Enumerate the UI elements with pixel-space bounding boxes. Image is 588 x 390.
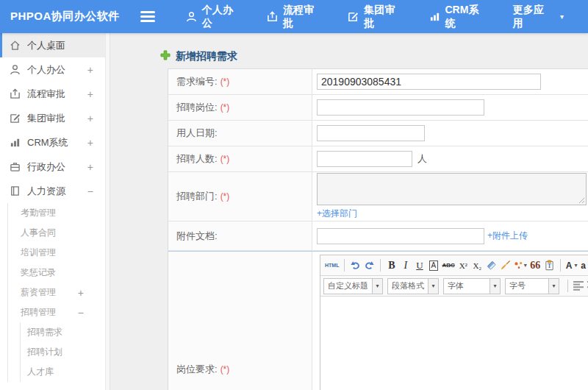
sidebar-item-salary[interactable]: 薪资管理 + — [8, 283, 105, 302]
sidebar-item-talent-pool[interactable]: 人才库 — [21, 362, 105, 382]
sidebar-item-workflow-approval[interactable]: 流程审批 + — [0, 82, 105, 106]
expand-plus-icon[interactable]: + — [78, 287, 84, 299]
sidebar-item-reward-punish[interactable]: 奖惩记录 — [8, 263, 105, 283]
top-menu: 个人办公 流程审批 集团审批 CRM系统 更多应用 ▾ — [186, 4, 588, 30]
collapse-minus-icon[interactable]: − — [78, 307, 84, 319]
select-department-link[interactable]: +选择部门 — [317, 208, 357, 220]
nav-label: 更多应用 — [513, 4, 553, 30]
form-row-position: 招聘岗位: (*) — [168, 95, 588, 121]
sidebar-scrollbar[interactable] — [105, 33, 110, 390]
nav-more-apps[interactable]: 更多应用 ▾ — [513, 4, 564, 30]
sidebar-item-recruit-demand[interactable]: 招聘需求 — [21, 322, 105, 342]
bar-chart-icon — [9, 137, 21, 149]
headcount-input[interactable] — [317, 151, 412, 167]
font-family-dropdown[interactable]: 字体 ▾ — [443, 278, 501, 294]
home-icon — [9, 40, 21, 52]
expand-plus-icon[interactable]: + — [87, 113, 93, 124]
nav-label: CRM系统 — [445, 4, 489, 30]
eraser-icon[interactable] — [484, 258, 498, 273]
undo-icon[interactable] — [348, 258, 362, 273]
border-text-button[interactable]: A — [426, 258, 440, 273]
form-row-department: 招聘部门: (*) +选择部门 — [168, 172, 588, 221]
nav-personal-office[interactable]: 个人办公 — [186, 4, 243, 30]
italic-button[interactable]: I — [398, 258, 412, 273]
nav-label: 集团审批 — [364, 4, 404, 30]
unit-suffix: 人 — [417, 152, 427, 166]
html-source-button[interactable]: HTML — [323, 258, 340, 273]
sidebar-item-personal-desktop[interactable]: 个人桌面 — [0, 33, 105, 57]
sidebar-item-label: 集团审批 — [27, 112, 65, 125]
top-navbar: PHPOA协同办公软件 个人办公 流程审批 集团审批 CRM系统 — [0, 0, 588, 33]
sidebar-item-hr-contract[interactable]: 人事合同 — [8, 223, 105, 243]
subscript-button[interactable]: X₂ — [470, 258, 484, 273]
sidebar-item-admin-office[interactable]: 行政办公 + — [0, 155, 105, 179]
paste-text-icon[interactable]: T — [542, 258, 556, 273]
sidebar-item-label: 个人桌面 — [27, 39, 65, 52]
sidebar-item-group-approval[interactable]: 集团审批 + — [0, 106, 105, 130]
required-mark: (*) — [220, 191, 230, 202]
field-label: 招聘部门: — [176, 190, 218, 203]
editor-toolbar-row2: 自定义标题 ▾ 段落格式 ▾ 字体 ▾ — [320, 276, 588, 297]
caret-down-icon: ▾ — [548, 279, 559, 294]
caret-down-icon: ▾ — [560, 13, 564, 21]
collapse-minus-icon[interactable]: − — [87, 185, 93, 197]
sidebar-item-recruit-mgmt[interactable]: 招聘管理 − — [8, 302, 105, 322]
hire-date-input[interactable] — [317, 125, 425, 141]
redo-icon[interactable] — [362, 258, 376, 273]
auto-typeset-icon[interactable]: ▾ — [512, 258, 528, 273]
align-left-icon[interactable] — [572, 279, 586, 294]
paragraph-format-dropdown[interactable]: 段落格式 ▾ — [387, 278, 439, 294]
demand-no-input[interactable] — [317, 74, 541, 90]
sidebar-item-training[interactable]: 培训管理 — [8, 243, 105, 263]
recruit-demand-form: 需求编号: (*) 招聘岗位: (*) 用人日期 — [168, 68, 588, 390]
sidebar-item-personal-office[interactable]: 个人办公 + — [0, 57, 105, 82]
sidebar: 个人桌面 个人办公 + 流程审批 + 集团审批 — [0, 33, 110, 390]
position-input[interactable] — [317, 99, 484, 116]
custom-title-dropdown[interactable]: 自定义标题 ▾ — [323, 278, 383, 294]
menu-toggle-icon[interactable] — [140, 11, 155, 22]
sidebar-item-label: 行政办公 — [27, 160, 65, 174]
department-textarea[interactable] — [317, 173, 587, 205]
nav-crm-system[interactable]: CRM系统 — [429, 4, 489, 30]
bold-button[interactable]: B — [384, 258, 398, 273]
user-icon — [186, 11, 197, 22]
attachment-input[interactable] — [317, 228, 484, 244]
nav-group-approval[interactable]: 集团审批 — [348, 4, 404, 30]
add-plus-icon — [160, 50, 171, 63]
caret-down-icon: ▾ — [372, 279, 382, 294]
sidebar-item-label: 人力资源 — [27, 185, 65, 198]
font-color-button[interactable]: A ▾ — [564, 258, 579, 273]
expand-plus-icon[interactable]: + — [87, 88, 93, 100]
expand-plus-icon[interactable]: + — [87, 64, 93, 76]
format-brush-icon[interactable] — [498, 258, 512, 273]
field-label: 需求编号: — [176, 75, 218, 88]
background-color-button[interactable]: a ▾ — [579, 258, 588, 273]
font-size-dropdown[interactable]: 字号 ▾ — [505, 278, 559, 294]
sidebar-item-hr[interactable]: 人力资源 − — [0, 179, 105, 203]
form-row-demand-no: 需求编号: (*) — [168, 69, 588, 95]
strikethrough-button[interactable]: ABC — [440, 258, 456, 273]
caret-down-icon: ▾ — [428, 279, 438, 294]
field-label: 招聘人数: — [176, 152, 218, 166]
share-box-icon — [9, 88, 21, 100]
blockquote-button[interactable]: 66 — [528, 258, 542, 273]
expand-plus-icon[interactable]: + — [87, 137, 93, 149]
editor-toolbar-row1: HTML B I U A — [320, 255, 588, 276]
sidebar-item-recruit-plan[interactable]: 招聘计划 — [21, 342, 105, 362]
underline-button[interactable]: U — [412, 258, 426, 273]
resize-handle-icon[interactable] — [578, 197, 585, 204]
book-icon — [9, 185, 21, 197]
sidebar-item-crm[interactable]: CRM系统 + — [0, 130, 105, 155]
sidebar-item-label: 个人办公 — [27, 63, 65, 77]
sidebar-item-attendance[interactable]: 考勤管理 — [8, 203, 105, 223]
required-mark: (*) — [220, 364, 230, 375]
expand-plus-icon[interactable]: + — [87, 161, 93, 173]
svg-text:T: T — [548, 263, 551, 269]
superscript-button[interactable]: X² — [456, 258, 470, 273]
nav-workflow-approval[interactable]: 流程审批 — [267, 4, 323, 30]
editor-content-area[interactable] — [320, 297, 588, 390]
form-row-headcount: 招聘人数: (*) 人 — [168, 146, 588, 172]
bar-chart-icon — [429, 11, 440, 22]
field-label: 用人日期: — [176, 127, 218, 140]
attachment-upload-link[interactable]: +附件上传 — [487, 230, 528, 242]
